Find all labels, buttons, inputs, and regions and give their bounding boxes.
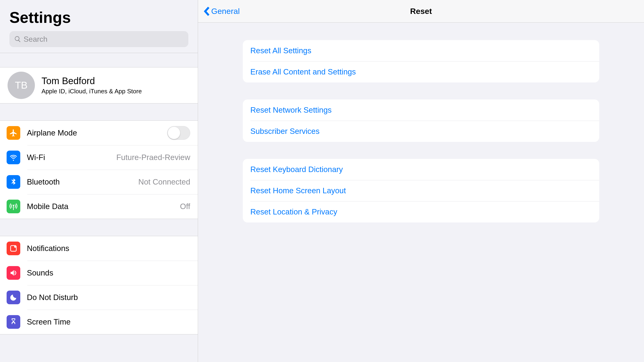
account-name: Tom Bedford xyxy=(42,76,142,86)
airplane-icon xyxy=(6,126,20,140)
row-mobile-data[interactable]: Mobile Data Off xyxy=(0,194,198,219)
search-icon xyxy=(14,36,21,43)
reset-location-privacy[interactable]: Reset Location & Privacy xyxy=(243,201,599,222)
nav-bar: General Reset xyxy=(198,0,644,22)
moon-icon xyxy=(6,290,20,304)
row-label: Wi-Fi xyxy=(27,153,45,162)
row-label: Bluetooth xyxy=(27,178,60,186)
hourglass-icon xyxy=(6,315,20,329)
wifi-icon xyxy=(6,150,20,164)
search-bar[interactable] xyxy=(10,31,188,47)
bluetooth-icon xyxy=(6,175,20,189)
account-subtitle: Apple ID, iCloud, iTunes & App Store xyxy=(42,88,142,95)
row-label: Mobile Data xyxy=(27,202,68,211)
row-label: Do Not Disturb xyxy=(27,293,78,302)
reset-home-screen-layout[interactable]: Reset Home Screen Layout xyxy=(243,180,599,201)
subscriber-services[interactable]: Subscriber Services xyxy=(243,121,599,142)
page-title: Settings xyxy=(10,8,188,26)
settings-sidebar: Settings TB Tom Bedford Apple ID, iCloud… xyxy=(0,0,198,362)
reset-all-settings[interactable]: Reset All Settings xyxy=(243,40,599,61)
svg-point-1 xyxy=(14,246,16,248)
row-notifications[interactable]: Notifications xyxy=(0,236,198,261)
row-value: Off xyxy=(180,202,190,211)
row-screen-time[interactable]: Screen Time xyxy=(0,310,198,334)
reset-network-settings[interactable]: Reset Network Settings xyxy=(243,100,599,121)
row-label: Sounds xyxy=(27,268,53,278)
main-panel: General Reset Reset All Settings Erase A… xyxy=(198,0,644,362)
airplane-toggle[interactable] xyxy=(167,126,190,140)
antenna-icon xyxy=(6,200,20,213)
sidebar-header: Settings xyxy=(0,0,198,31)
row-airplane-mode[interactable]: Airplane Mode xyxy=(0,121,198,145)
sounds-icon xyxy=(6,266,20,280)
row-value: Future-Praed-Review xyxy=(116,153,190,162)
row-bluetooth[interactable]: Bluetooth Not Connected xyxy=(0,170,198,194)
avatar: TB xyxy=(8,72,35,99)
row-label: Airplane Mode xyxy=(27,128,77,138)
nav-back-button[interactable]: General xyxy=(204,6,240,16)
search-input[interactable] xyxy=(24,35,184,44)
row-value: Not Connected xyxy=(138,178,190,186)
row-do-not-disturb[interactable]: Do Not Disturb xyxy=(0,285,198,310)
row-wifi[interactable]: Wi-Fi Future-Praed-Review xyxy=(0,145,198,170)
search-container xyxy=(0,31,198,53)
reset-keyboard-dictionary[interactable]: Reset Keyboard Dictionary xyxy=(243,159,599,180)
network-group: Airplane Mode Wi-Fi Future-Praed-Review … xyxy=(0,120,198,219)
avatar-initials: TB xyxy=(15,80,28,91)
reset-group-1: Reset All Settings Erase All Content and… xyxy=(243,40,599,82)
misc-group: Notifications Sounds Do Not Disturb Scre… xyxy=(0,236,198,334)
row-label: Screen Time xyxy=(27,318,70,326)
account-row[interactable]: TB Tom Bedford Apple ID, iCloud, iTunes … xyxy=(0,67,198,104)
nav-title: Reset xyxy=(410,6,432,16)
row-sounds[interactable]: Sounds xyxy=(0,261,198,285)
reset-group-3: Reset Keyboard Dictionary Reset Home Scr… xyxy=(243,159,599,222)
content-area: Reset All Settings Erase All Content and… xyxy=(198,22,644,362)
notifications-icon xyxy=(6,242,20,255)
row-label: Notifications xyxy=(27,244,69,253)
reset-group-2: Reset Network Settings Subscriber Servic… xyxy=(243,100,599,142)
nav-back-label: General xyxy=(211,6,240,16)
chevron-left-icon xyxy=(204,6,210,16)
erase-all-content[interactable]: Erase All Content and Settings xyxy=(243,61,599,82)
